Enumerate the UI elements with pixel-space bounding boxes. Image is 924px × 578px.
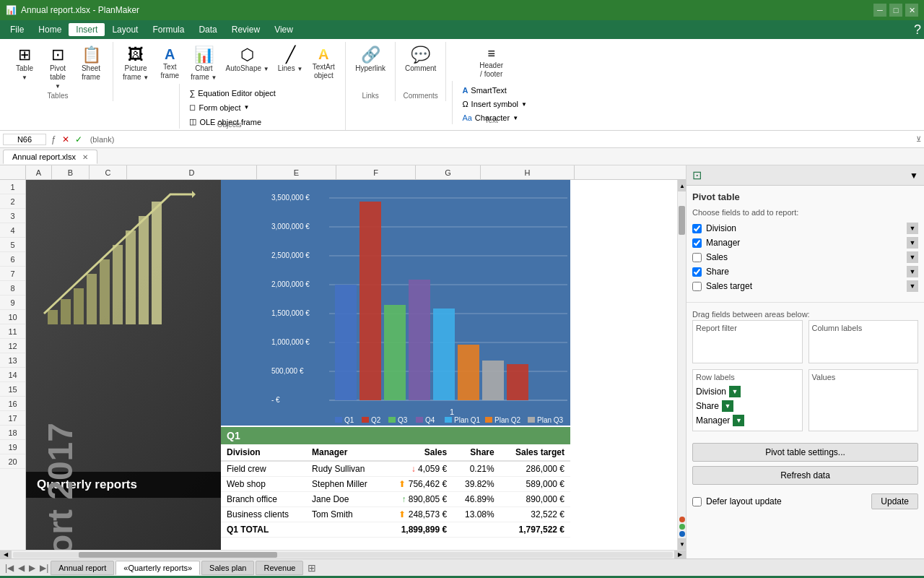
update-button[interactable]: Update xyxy=(871,493,918,509)
row-num-7[interactable]: 7 xyxy=(0,267,25,281)
row-num-11[interactable]: 11 xyxy=(0,324,25,339)
share-dropdown-btn[interactable]: ▼ xyxy=(722,400,733,412)
pivot-settings-button[interactable]: Pivot table settings... xyxy=(692,443,918,462)
refresh-data-button[interactable]: Refresh data xyxy=(692,466,918,485)
ribbon-btn-table[interactable]: ⊞ Table▼ xyxy=(9,45,40,84)
document-tab-annual-report[interactable]: Annual report.xlsx ✕ xyxy=(3,150,97,164)
row-num-3[interactable]: 3 xyxy=(0,209,25,223)
sheet-tab-annual-report[interactable]: Annual report xyxy=(51,561,114,575)
menu-data[interactable]: Data xyxy=(191,23,224,36)
col-header-b[interactable]: B xyxy=(52,165,90,179)
row-num-17[interactable]: 17 xyxy=(0,411,25,426)
row-num-19[interactable]: 19 xyxy=(0,440,25,454)
defer-checkbox[interactable] xyxy=(692,497,702,506)
ribbon-btn-hyperlink[interactable]: 🔗 Hyperlink xyxy=(352,45,389,75)
col-header-f[interactable]: F xyxy=(336,165,416,179)
ribbon-btn-picture-frame[interactable]: 🖼 Pictureframe ▼ xyxy=(119,45,152,84)
row-num-16[interactable]: 16 xyxy=(0,397,25,411)
sheet-nav-next[interactable]: ▶ xyxy=(27,563,38,573)
ribbon-btn-textart[interactable]: A TextArtobject xyxy=(308,45,339,82)
menu-view[interactable]: View xyxy=(267,23,300,36)
ribbon-btn-chart-frame[interactable]: 📊 Chartframe ▼ xyxy=(187,45,220,84)
horizontal-scrollbar[interactable]: ◀ ▶ xyxy=(0,550,686,558)
scroll-thumb[interactable] xyxy=(679,206,685,235)
row-num-12[interactable]: 12 xyxy=(0,339,25,353)
ribbon-btn-equation[interactable]: ∑ Equation Editor object xyxy=(186,87,279,100)
field-share-dropdown[interactable]: ▼ xyxy=(907,266,918,277)
col-header-e[interactable]: E xyxy=(257,165,336,179)
scroll-right-button[interactable]: ▶ xyxy=(674,551,686,559)
field-share-checkbox[interactable] xyxy=(692,267,702,277)
scroll-down-button[interactable]: ▼ xyxy=(678,538,686,550)
field-division-checkbox[interactable] xyxy=(692,224,702,233)
ribbon-btn-header-footer[interactable]: ≡ Header/ footer xyxy=(476,45,507,81)
row-num-9[interactable]: 9 xyxy=(0,296,25,310)
field-target-checkbox[interactable] xyxy=(692,282,702,291)
h-scroll-thumb[interactable] xyxy=(79,552,276,558)
division-dropdown-btn[interactable]: ▼ xyxy=(729,386,741,397)
row-num-20[interactable]: 20 xyxy=(0,454,25,469)
formula-expand-icon[interactable]: ⊻ xyxy=(916,135,921,143)
menu-formula[interactable]: Formula xyxy=(145,23,191,36)
formula-confirm-icon[interactable]: ✓ xyxy=(73,134,84,145)
col-header-c[interactable]: C xyxy=(90,165,127,179)
ribbon-btn-insert-symbol[interactable]: Ω Insert symbol ▼ xyxy=(458,98,531,111)
ribbon-btn-lines[interactable]: ╱ Lines ▼ xyxy=(274,45,307,75)
cell-reference-input[interactable] xyxy=(3,134,46,145)
ribbon-btn-smarttext[interactable]: A SmartText xyxy=(458,84,531,97)
col-header-g[interactable]: G xyxy=(416,165,481,179)
row-num-15[interactable]: 15 xyxy=(0,382,25,397)
help-icon[interactable]: ? xyxy=(914,22,921,38)
field-division-dropdown[interactable]: ▼ xyxy=(907,223,918,234)
field-manager-dropdown[interactable]: ▼ xyxy=(907,237,918,249)
ribbon-btn-pivot-table[interactable]: ⊡ Pivottable▼ xyxy=(42,45,74,92)
sheet-tab-sales-plan[interactable]: Sales plan xyxy=(201,561,254,575)
vertical-scrollbar[interactable]: ▲ ▼ xyxy=(677,180,686,550)
row-num-10[interactable]: 10 xyxy=(0,310,25,324)
row-num-4[interactable]: 4 xyxy=(0,223,25,238)
field-manager-checkbox[interactable] xyxy=(692,238,702,248)
panel-expand-icon[interactable]: ▼ xyxy=(910,171,918,181)
sheet-nav-last[interactable]: ▶| xyxy=(38,563,51,573)
sheet-nav-first[interactable]: |◀ xyxy=(3,563,16,573)
formula-input[interactable] xyxy=(87,134,913,144)
manager-dropdown-btn[interactable]: ▼ xyxy=(733,415,744,426)
minimize-button[interactable]: ─ xyxy=(873,4,886,17)
ribbon-btn-sheet-frame[interactable]: 📋 Sheetframe xyxy=(75,45,107,84)
scroll-left-button[interactable]: ◀ xyxy=(0,551,12,559)
field-target-dropdown[interactable]: ▼ xyxy=(907,280,918,292)
row-num-2[interactable]: 2 xyxy=(0,194,25,209)
col-header-target: Sales target xyxy=(500,444,570,461)
ribbon-btn-text-frame[interactable]: A Textframe xyxy=(154,45,186,82)
menu-layout[interactable]: Layout xyxy=(105,23,145,36)
ribbon-btn-comment[interactable]: 💬 Comment xyxy=(401,45,440,75)
col-header-d[interactable]: D xyxy=(127,165,257,179)
field-sales-dropdown[interactable]: ▼ xyxy=(907,251,918,263)
col-header-a[interactable]: A xyxy=(26,165,52,179)
row-num-14[interactable]: 14 xyxy=(0,368,25,382)
sheet-tab-quarterly-reports[interactable]: «Quarterly reports» xyxy=(116,561,200,575)
sheet-nav-prev[interactable]: ◀ xyxy=(16,563,27,573)
formula-cancel-icon[interactable]: ✕ xyxy=(60,134,71,145)
ribbon-btn-autoshape[interactable]: ⬡ AutoShape ▼ xyxy=(222,45,273,75)
row-num-1[interactable]: 1 xyxy=(0,180,25,194)
close-button[interactable]: ✕ xyxy=(905,4,918,17)
column-headers: A B C D E F G H xyxy=(0,165,686,180)
row-num-18[interactable]: 18 xyxy=(0,426,25,440)
add-sheet-icon[interactable]: ⊞ xyxy=(308,562,316,574)
ribbon-btn-form-object[interactable]: ◻ Form object ▼ xyxy=(186,100,279,114)
col-header-h[interactable]: H xyxy=(481,165,575,179)
row-num-6[interactable]: 6 xyxy=(0,252,25,267)
menu-review[interactable]: Review xyxy=(225,23,267,36)
field-sales-checkbox[interactable] xyxy=(692,253,702,262)
row-num-5[interactable]: 5 xyxy=(0,238,25,252)
menu-file[interactable]: File xyxy=(3,23,31,36)
maximize-button[interactable]: □ xyxy=(889,4,902,17)
scroll-up-button[interactable]: ▲ xyxy=(678,180,686,191)
row-num-8[interactable]: 8 xyxy=(0,281,25,296)
menu-insert[interactable]: Insert xyxy=(69,23,105,36)
menu-home[interactable]: Home xyxy=(31,23,69,36)
doc-tab-close-icon[interactable]: ✕ xyxy=(82,153,88,161)
row-num-13[interactable]: 13 xyxy=(0,353,25,368)
sheet-tab-revenue[interactable]: Revenue xyxy=(256,561,303,575)
